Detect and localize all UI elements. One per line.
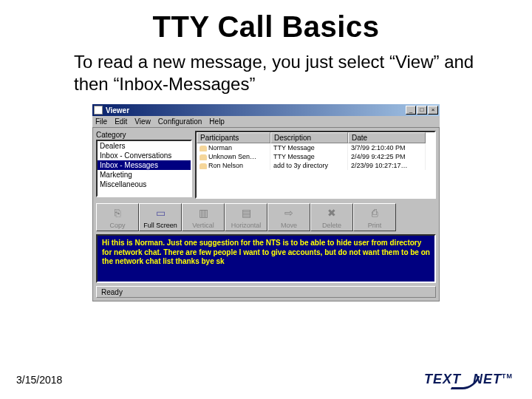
- textnet-logo: TEXTNETTM: [424, 372, 513, 387]
- cell-participant: Norman: [208, 144, 232, 151]
- list-item[interactable]: Inbox - Messages: [98, 160, 191, 170]
- move-button[interactable]: ⇨Move: [267, 203, 310, 231]
- list-item[interactable]: Dealers: [98, 141, 191, 151]
- workarea: Category Dealers Inbox - Conversations I…: [92, 128, 440, 301]
- window-title: Viewer: [106, 106, 405, 115]
- menubar: File Edit View Configuration Help: [92, 116, 440, 128]
- toolbar: ⎘Copy ▭Full Screen ▥Vertical ▤Horizontal…: [96, 203, 436, 231]
- horizontal-button[interactable]: ▤Horizontal: [225, 203, 267, 231]
- table-row[interactable]: Norman TTY Message 3/7/99 2:10:40 PM: [197, 143, 434, 152]
- list-item[interactable]: Inbox - Conversations: [98, 151, 191, 160]
- menu-edit[interactable]: Edit: [115, 117, 127, 126]
- menu-view[interactable]: View: [134, 117, 151, 126]
- close-button[interactable]: ×: [428, 106, 438, 115]
- viewer-window: Viewer _ □ × File Edit View Configuratio…: [92, 104, 440, 301]
- delete-button[interactable]: ✖Delete: [310, 203, 353, 231]
- footer-date: 3/15/2018: [16, 374, 62, 386]
- horizontal-icon: ▤: [242, 204, 251, 222]
- copy-icon: ⎘: [115, 204, 120, 222]
- grid-header: Participants Description Date: [197, 132, 434, 143]
- status-text: Ready: [101, 288, 123, 296]
- fullscreen-button[interactable]: ▭Full Screen: [139, 203, 182, 231]
- statusbar: Ready: [96, 286, 436, 298]
- menu-file[interactable]: File: [95, 117, 107, 126]
- vertical-button[interactable]: ▥Vertical: [182, 203, 225, 231]
- message-grid[interactable]: Participants Description Date Norman TTY…: [195, 131, 436, 199]
- category-label: Category: [96, 131, 192, 139]
- cell-date: 2/23/99 10:27:17…: [348, 161, 426, 170]
- list-item[interactable]: Miscellaneous: [98, 180, 191, 189]
- cell-description: add to 3y directory: [270, 161, 348, 170]
- vertical-icon: ▥: [199, 204, 208, 222]
- print-icon: ⎙: [372, 204, 378, 222]
- cell-participant: Ron Nelson: [208, 162, 243, 169]
- move-icon: ⇨: [284, 204, 293, 222]
- table-row[interactable]: Unknown Sen… TTY Message 2/4/99 9:42:25 …: [197, 152, 434, 161]
- cell-date: 2/4/99 9:42:25 PM: [348, 152, 426, 161]
- slide-body: To read a new message, you just select “…: [74, 51, 502, 95]
- maximize-button[interactable]: □: [417, 106, 427, 115]
- slide-title: TTY Call Basics: [0, 10, 532, 44]
- col-description[interactable]: Description: [270, 132, 348, 143]
- cell-description: TTY Message: [270, 152, 348, 161]
- swoosh-icon: [451, 376, 480, 389]
- col-participants[interactable]: Participants: [197, 132, 270, 143]
- cell-date: 3/7/99 2:10:40 PM: [348, 143, 426, 152]
- category-list[interactable]: Dealers Inbox - Conversations Inbox - Me…: [96, 140, 192, 197]
- copy-button[interactable]: ⎘Copy: [96, 203, 139, 231]
- delete-icon: ✖: [327, 204, 336, 222]
- cell-description: TTY Message: [270, 143, 348, 152]
- list-item[interactable]: Marketing: [98, 170, 191, 180]
- message-pane: Hi this is Norman. Just one suggestion f…: [96, 234, 436, 283]
- cell-participant: Unknown Sen…: [208, 153, 256, 160]
- print-button[interactable]: ⎙Print: [353, 203, 396, 231]
- person-icon: [200, 146, 207, 151]
- col-date[interactable]: Date: [348, 132, 426, 143]
- fullscreen-icon: ▭: [156, 204, 166, 222]
- titlebar: Viewer _ □ ×: [92, 104, 440, 116]
- minimize-button[interactable]: _: [406, 106, 416, 115]
- person-icon: [200, 163, 207, 169]
- app-icon: [94, 106, 103, 115]
- table-row[interactable]: Ron Nelson add to 3y directory 2/23/99 1…: [197, 161, 434, 170]
- menu-configuration[interactable]: Configuration: [158, 117, 202, 126]
- menu-help[interactable]: Help: [209, 117, 225, 126]
- person-icon: [200, 154, 207, 160]
